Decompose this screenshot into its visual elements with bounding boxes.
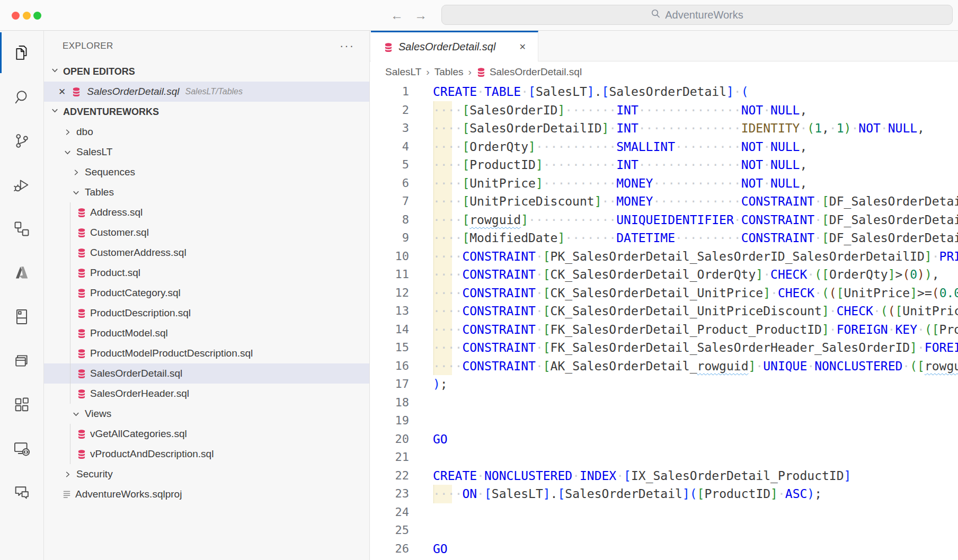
- extensions-icon[interactable]: [0, 383, 43, 426]
- code-line[interactable]: 21: [370, 448, 958, 467]
- tree-folder-saleslt[interactable]: SalesLT: [44, 142, 369, 162]
- open-editor-item[interactable]: ✕ SalesOrderDetail.sql SalesLT/Tables: [44, 82, 369, 102]
- command-center-label: AdventureWorks: [665, 9, 743, 21]
- code-line-content: ····CONSTRAINT·[PK_SalesOrderDetail_Sale…: [409, 247, 958, 266]
- tree-item-vgetallcategories-sql[interactable]: vGetAllCategories.sql: [44, 424, 369, 444]
- code-line-content: [409, 394, 433, 412]
- tab-salesorderdetail[interactable]: SalesOrderDetail.sql ✕: [371, 31, 538, 61]
- remote-explorer-icon[interactable]: [0, 426, 43, 470]
- source-control-icon[interactable]: [0, 119, 43, 163]
- code-line-content: ····[SalesOrderID]·······INT············…: [409, 101, 807, 120]
- code-line[interactable]: 17);: [370, 375, 958, 394]
- run-and-debug-icon[interactable]: [0, 163, 43, 207]
- code-line[interactable]: 22CREATE·NONCLUSTERED·INDEX·[IX_SalesOrd…: [370, 467, 958, 485]
- chevron-right-icon: ›: [426, 66, 429, 78]
- tree-folder-sequences[interactable]: Sequences: [44, 162, 369, 182]
- line-number: 10: [370, 247, 409, 266]
- code-line[interactable]: 14····CONSTRAINT·[FK_SalesOrderDetail_Pr…: [370, 321, 958, 339]
- code-line[interactable]: 7····[UnitPriceDiscount]··MONEY·········…: [370, 192, 958, 211]
- code-line[interactable]: 15····CONSTRAINT·[FK_SalesOrderDetail_Sa…: [370, 339, 958, 357]
- project-section-header[interactable]: ADVENTUREWORKS: [44, 102, 369, 122]
- tree-item-productmodel-sql[interactable]: ProductModel.sql: [44, 323, 369, 343]
- code-line[interactable]: 24: [370, 503, 958, 522]
- azure-icon[interactable]: [0, 251, 43, 295]
- window-close-button[interactable]: [12, 12, 20, 20]
- search-icon[interactable]: [0, 75, 43, 119]
- connections-icon[interactable]: [0, 207, 43, 251]
- code-line[interactable]: 11····CONSTRAINT·[CK_SalesOrderDetail_Or…: [370, 265, 958, 284]
- tree-folder-tables[interactable]: Tables: [44, 182, 369, 202]
- code-line[interactable]: 3····[SalesOrderDetailID]·INT···········…: [370, 119, 958, 138]
- code-line[interactable]: 19: [370, 412, 958, 430]
- breadcrumb-item[interactable]: Tables: [434, 66, 464, 78]
- command-center-search[interactable]: AdventureWorks: [441, 5, 953, 25]
- tree-folder-dbo[interactable]: dbo: [44, 122, 369, 142]
- line-number: 3: [370, 119, 409, 138]
- code-line-content: [409, 521, 433, 540]
- schema-compare-icon[interactable]: [0, 339, 43, 383]
- tree-folder-security[interactable]: Security: [44, 464, 369, 484]
- database-file-icon: [77, 268, 86, 278]
- tree-item-label: Sequences: [85, 166, 135, 178]
- tree-item-salesorderheader-sql[interactable]: SalesOrderHeader.sql: [44, 384, 369, 404]
- code-line[interactable]: 13····CONSTRAINT·[CK_SalesOrderDetail_Un…: [370, 302, 958, 321]
- code-line[interactable]: 18: [370, 394, 958, 412]
- code-line-content: ····[rowguid]············UNIQUEIDENTIFIE…: [409, 211, 958, 229]
- open-editors-header[interactable]: OPEN EDITORS: [44, 61, 369, 82]
- code-line[interactable]: 8····[rowguid]············UNIQUEIDENTIFI…: [370, 211, 958, 229]
- code-line[interactable]: 20GO: [370, 430, 958, 449]
- code-line-content: ····CONSTRAINT·[AK_SalesOrderDetail_rowg…: [409, 357, 958, 376]
- close-icon[interactable]: ✕: [519, 42, 526, 52]
- breadcrumb-item[interactable]: SalesLT: [385, 66, 421, 78]
- more-actions-button[interactable]: ···: [340, 31, 354, 61]
- tree-item-productmodelproductdescription-sql[interactable]: ProductModelProductDescription.sql: [44, 343, 369, 363]
- code-line[interactable]: 1CREATE·TABLE·[SalesLT].[SalesOrderDetai…: [370, 83, 958, 101]
- code-line[interactable]: 10····CONSTRAINT·[PK_SalesOrderDetail_Sa…: [370, 247, 958, 266]
- tree-item-vproductanddescription-sql[interactable]: vProductAndDescription.sql: [44, 444, 369, 464]
- tree-item-adventureworks-sqlproj[interactable]: AdventureWorks.sqlproj: [44, 484, 369, 504]
- breadcrumb: SalesLT › Tables › SalesOrderDetail.sql: [370, 61, 958, 83]
- line-number: 14: [370, 321, 409, 339]
- window-zoom-button[interactable]: [33, 12, 41, 20]
- line-number: 20: [370, 430, 409, 449]
- indent-guide: [70, 424, 70, 464]
- code-line[interactable]: 6····[UnitPrice]··········MONEY·········…: [370, 174, 958, 193]
- code-line-content: ····[UnitPriceDiscount]··MONEY··········…: [409, 192, 958, 211]
- chevron-down-icon: [50, 66, 59, 77]
- comments-icon[interactable]: [0, 470, 43, 514]
- tree-item-label: ProductDescription.sql: [90, 307, 191, 319]
- code-line[interactable]: 12····CONSTRAINT·[CK_SalesOrderDetail_Un…: [370, 284, 958, 303]
- navigate-back-button[interactable]: ←: [391, 0, 403, 31]
- tree-item-productcategory-sql[interactable]: ProductCategory.sql: [44, 283, 369, 303]
- code-line[interactable]: 16····CONSTRAINT·[AK_SalesOrderDetail_ro…: [370, 357, 958, 376]
- code-line[interactable]: 25: [370, 521, 958, 540]
- tree-item-productdescription-sql[interactable]: ProductDescription.sql: [44, 303, 369, 323]
- tree-item-customeraddress-sql[interactable]: CustomerAddress.sql: [44, 243, 369, 263]
- database-file-icon: [77, 208, 86, 217]
- explorer-icon[interactable]: [0, 31, 43, 75]
- tree-folder-views[interactable]: Views: [44, 404, 369, 424]
- tree-item-customer-sql[interactable]: Customer.sql: [44, 223, 369, 243]
- tree-item-salesorderdetail-sql[interactable]: SalesOrderDetail.sql: [44, 363, 369, 384]
- tree-item-address-sql[interactable]: Address.sql: [44, 202, 369, 223]
- code-line[interactable]: 4····[OrderQty]···········SMALLINT······…: [370, 138, 958, 156]
- code-line[interactable]: 23····ON·[SalesLT].[SalesOrderDetail]([P…: [370, 485, 958, 503]
- code-line[interactable]: 5····[ProductID]··········INT···········…: [370, 156, 958, 174]
- code-line[interactable]: 26GO: [370, 540, 958, 558]
- close-icon[interactable]: ✕: [58, 86, 66, 97]
- tab-label: SalesOrderDetail.sql: [398, 41, 514, 53]
- code-line[interactable]: 9····[ModifiedDate]·······DATETIME······…: [370, 229, 958, 247]
- indent-guide: [70, 202, 70, 404]
- code-line-content: ····[UnitPrice]··········MONEY··········…: [409, 174, 807, 193]
- tree-item-product-sql[interactable]: Product.sql: [44, 263, 369, 283]
- tree-item-label: Address.sql: [90, 207, 143, 218]
- navigate-forward-button[interactable]: →: [414, 0, 427, 31]
- tree-item-label: Views: [85, 408, 111, 420]
- code-line[interactable]: 2····[SalesOrderID]·······INT···········…: [370, 101, 958, 120]
- title-bar: ← → AdventureWorks: [0, 0, 958, 31]
- breadcrumb-item-file[interactable]: SalesOrderDetail.sql: [476, 66, 582, 78]
- database-projects-icon[interactable]: [0, 295, 43, 339]
- code-editor[interactable]: 1CREATE·TABLE·[SalesLT].[SalesOrderDetai…: [370, 83, 958, 560]
- editor-area: SalesOrderDetail.sql ✕ SalesLT › Tables …: [370, 31, 958, 560]
- window-minimize-button[interactable]: [23, 12, 31, 20]
